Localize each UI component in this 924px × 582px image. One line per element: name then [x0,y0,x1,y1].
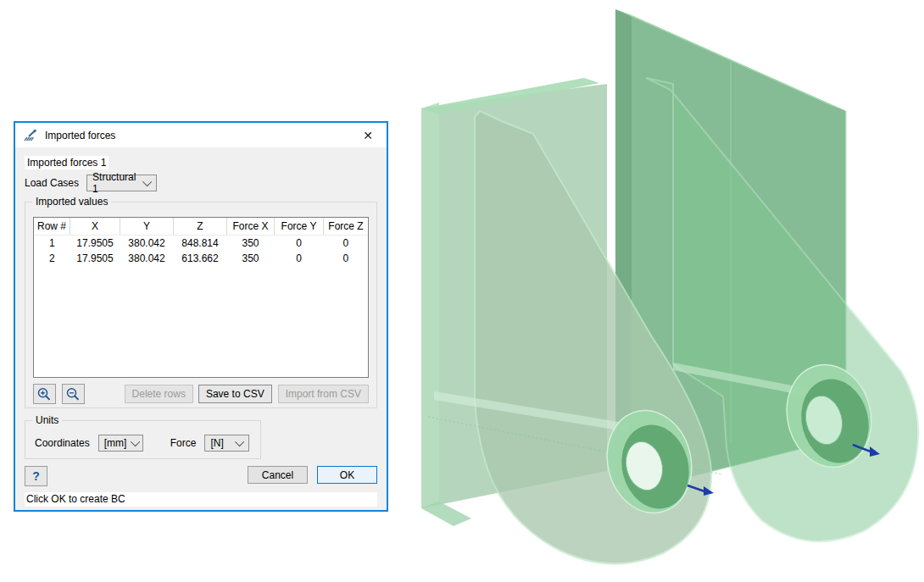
dialog-titlebar[interactable]: Imported forces ✕ [15,123,387,147]
load-cases-label: Load Cases [25,177,79,189]
help-button[interactable]: ? [25,466,47,486]
table-cell[interactable]: 0 [324,236,369,252]
table-row[interactable]: 117.9505380.042848.81435000 [34,236,368,252]
table-cell[interactable]: 350 [227,236,275,252]
delete-rows-button: Delete rows [125,385,193,403]
units-group: Units Coordinates [mm] Force [N] [25,420,261,459]
force-unit-value: [N] [210,437,223,449]
imported-forces-dialog: Imported forces ✕ Imported forces 1 Load… [14,121,388,512]
load-cases-select[interactable]: Structural 1 [86,175,157,191]
column-header[interactable]: Force Y [275,218,324,236]
table-cell[interactable]: 848.814 [174,236,227,252]
table-cell[interactable]: 17.9505 [70,236,120,252]
bracket-model [421,9,918,563]
table-cell[interactable]: 0 [275,236,324,252]
units-group-label: Units [32,414,62,426]
magnifier-plus-icon [36,387,53,402]
load-cases-value: Structural 1 [92,171,138,195]
force-unit-select[interactable]: [N] [204,435,249,452]
chevron-down-icon [131,437,140,446]
table-header-row: Row #XYZForce XForce YForce Z [34,218,368,236]
imported-forces-icon [24,129,38,142]
table-cell[interactable]: 380.042 [120,236,174,252]
coordinates-unit-select[interactable]: [mm] [98,435,143,452]
left-plate-edge-band [421,103,439,508]
import-from-csv-button: Import from CSV [278,385,369,403]
table-cell[interactable]: 613.662 [174,251,227,266]
table-cell[interactable]: 1 [34,236,70,252]
cancel-button[interactable]: Cancel [248,466,308,484]
close-icon[interactable]: ✕ [359,128,376,143]
imported-values-table-container[interactable]: Row #XYZForce XForce YForce Z 117.950538… [33,217,369,378]
coordinates-unit-value: [mm] [104,437,127,449]
magnifier-minus-icon [65,387,81,402]
table-cell[interactable]: 0 [275,251,324,266]
table-cell[interactable]: 0 [324,251,369,266]
force-label: Force [170,437,197,449]
table-row[interactable]: 217.9505380.042613.66235000 [34,251,368,266]
dialog-title: Imported forces [45,130,359,141]
column-header[interactable]: Y [120,218,174,236]
column-header[interactable]: Z [174,218,227,236]
status-bar: Click OK to create BC [25,492,377,507]
imported-values-group-label: Imported values [32,196,111,208]
table-cell[interactable]: 17.9505 [70,251,120,266]
bc-name-field[interactable]: Imported forces 1 [25,156,109,169]
ok-button[interactable]: OK [317,466,377,484]
chevron-down-icon [235,437,244,446]
column-header[interactable]: Row # [34,218,70,236]
imported-values-group: Imported values Row #XYZForce XForce YFo… [25,202,377,408]
column-header[interactable]: Force X [227,218,275,236]
table-cell[interactable]: 350 [227,251,275,266]
coordinates-label: Coordinates [35,437,90,449]
chevron-down-icon [142,177,152,186]
imported-values-table: Row #XYZForce XForce YForce Z 117.950538… [34,218,368,266]
column-header[interactable]: Force Z [324,218,369,236]
table-cell[interactable]: 380.042 [120,251,174,266]
zoom-out-button[interactable] [62,384,85,404]
column-header[interactable]: X [70,218,120,236]
zoom-in-button[interactable] [33,384,56,404]
save-to-csv-button[interactable]: Save to CSV [198,385,272,403]
table-cell[interactable]: 2 [34,251,70,266]
